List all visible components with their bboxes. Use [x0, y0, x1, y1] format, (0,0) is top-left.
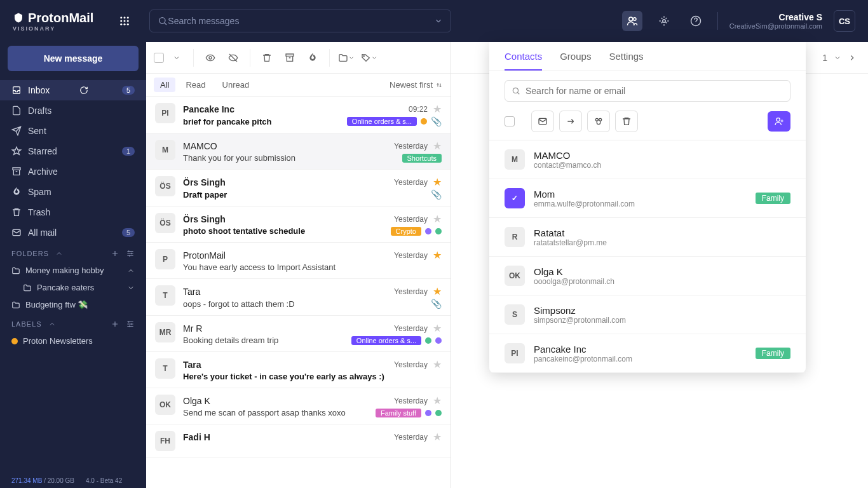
contact-row[interactable]: R Ratatat ratatatstellar@pm.me [489, 218, 806, 257]
contact-row[interactable]: M MAMCO contact@mamco.ch [489, 140, 806, 179]
star-icon[interactable]: ★ [433, 103, 442, 115]
svg-point-4 [124, 20, 126, 22]
chevron-up-icon[interactable] [55, 250, 63, 257]
sidebar-item-archive[interactable]: Archive [0, 161, 146, 182]
gear-icon[interactable] [654, 11, 674, 31]
delete-contact-icon[interactable] [615, 111, 638, 132]
forward-icon[interactable] [559, 111, 582, 132]
contacts-search-input[interactable] [526, 86, 783, 96]
chevron-down-icon[interactable] [166, 48, 187, 68]
contact-avatar[interactable]: ✓ [505, 188, 525, 208]
message-row[interactable]: T Tara Yesterday ★ Here's your ticket - … [146, 352, 451, 388]
folder-pancake[interactable]: Pancake eaters [0, 279, 146, 296]
filter-read[interactable]: Read [179, 78, 212, 92]
contact-avatar[interactable]: R [505, 227, 525, 247]
message-row[interactable]: MR Mr R Yesterday ★ Booking details drea… [146, 316, 451, 352]
contact-avatar[interactable]: S [505, 304, 525, 325]
tab-contacts[interactable]: Contacts [505, 51, 542, 71]
message-row[interactable]: T Tara Yesterday ★ oops - forgot to atta… [146, 279, 451, 316]
chevron-down-icon[interactable] [834, 54, 841, 62]
contacts-search[interactable] [505, 80, 790, 102]
contact-avatar[interactable]: OK [505, 266, 525, 286]
chevron-right-icon[interactable] [848, 53, 857, 62]
star-icon[interactable]: ★ [433, 249, 442, 261]
add-contact-button[interactable] [768, 111, 790, 132]
star-icon[interactable]: ★ [433, 322, 442, 334]
sidebar-item-inbox[interactable]: Inbox 5 [0, 80, 146, 100]
sidebar-item-starred[interactable]: Starred1 [0, 141, 146, 161]
folder-money[interactable]: Money making hobby [0, 262, 146, 279]
sliders-icon[interactable] [126, 320, 135, 329]
folder-icon [11, 266, 20, 275]
message-from: Örs Singh [183, 177, 226, 187]
sliders-icon[interactable] [126, 249, 135, 258]
contact-row[interactable]: PI Pancake Inc pancakeinc@protonmail.com… [489, 334, 806, 373]
search-input[interactable] [168, 16, 434, 26]
chevron-down-icon[interactable] [434, 17, 443, 25]
label-icon[interactable] [359, 48, 379, 68]
star-icon[interactable]: ★ [433, 213, 442, 225]
compose-to-icon[interactable] [531, 111, 554, 132]
search-bar[interactable] [149, 10, 451, 32]
move-folder-icon[interactable] [336, 48, 356, 68]
trash-icon[interactable] [257, 48, 277, 68]
contact-row[interactable]: OK Olga K oooolga@protonmail.ch [489, 257, 806, 295]
avatar[interactable]: CS [834, 10, 855, 32]
star-icon[interactable]: ★ [433, 176, 442, 188]
message-row[interactable]: ÖS Örs Singh Yesterday ★ photo shoot ten… [146, 207, 451, 243]
contacts-panel: Contacts Groups Settings M MAMCO contact… [489, 42, 806, 373]
select-all-checkbox[interactable] [154, 53, 164, 63]
contacts-icon[interactable] [622, 11, 642, 31]
chevron-up-icon[interactable] [127, 267, 135, 274]
message-row[interactable]: P ProtonMail Yesterday ★ You have early … [146, 243, 451, 279]
sidebar-item-spam[interactable]: Spam [0, 182, 146, 202]
contact-row[interactable]: S Simpsonz simpsonz@protonmail.com [489, 295, 806, 334]
sidebar-item-drafts[interactable]: Drafts [0, 100, 146, 121]
chevron-down-icon[interactable] [127, 284, 135, 292]
tab-settings[interactable]: Settings [609, 51, 643, 71]
plus-icon[interactable] [111, 249, 119, 258]
message-avatar: FH [155, 431, 175, 451]
contacts-select-all[interactable] [505, 116, 515, 126]
star-icon[interactable]: ★ [433, 431, 442, 443]
unread-icon[interactable] [223, 48, 243, 68]
message-row[interactable]: M MAMCO Yesterday ★ Thank you for your s… [146, 133, 451, 170]
chevron-up-icon[interactable] [48, 320, 56, 328]
sidebar-item-sent[interactable]: Sent [0, 121, 146, 141]
message-row[interactable]: PI Pancake Inc 09:22 ★ brief for pancake… [146, 97, 451, 133]
merge-icon[interactable] [587, 111, 610, 132]
plus-icon[interactable] [111, 320, 119, 329]
archive-icon [11, 166, 22, 177]
new-message-button[interactable]: New message [8, 46, 139, 71]
message-row[interactable]: OK Olga K Yesterday ★ Send me scan of pa… [146, 388, 451, 424]
contact-avatar[interactable]: PI [505, 343, 525, 363]
apps-icon[interactable] [119, 15, 130, 27]
contact-name: Ratatat [534, 227, 607, 238]
star-icon[interactable]: ★ [433, 358, 442, 370]
archive-icon[interactable] [280, 48, 300, 68]
sidebar-item-allmail[interactable]: All mail5 [0, 222, 146, 243]
contact-avatar[interactable]: M [505, 149, 525, 170]
contact-row[interactable]: ✓ Mom emma.wulfe@protonmail.com Family [489, 179, 806, 218]
label-newsletters[interactable]: Proton Newsletters [0, 332, 146, 349]
filter-all[interactable]: All [154, 78, 175, 92]
refresh-icon[interactable] [79, 86, 88, 95]
message-row[interactable]: ÖS Örs Singh Yesterday ★ Draft paper📎 [146, 170, 451, 207]
message-row[interactable]: FH Fadi H Yesterday ★ [146, 424, 451, 458]
attachment-icon: 📎 [431, 189, 442, 200]
folder-budget[interactable]: Budgeting ftw 💸 [0, 296, 146, 313]
help-icon[interactable] [686, 11, 706, 31]
filter-unread[interactable]: Unread [216, 78, 256, 92]
message-time: Yesterday [394, 360, 428, 369]
star-icon[interactable]: ★ [433, 395, 442, 407]
spam-icon[interactable] [302, 48, 323, 68]
sidebar-item-trash[interactable]: Trash [0, 202, 146, 222]
account-info[interactable]: Creative S CreativeSim@protonmail.com [729, 12, 822, 30]
tab-groups[interactable]: Groups [560, 51, 591, 71]
star-icon[interactable]: ★ [433, 285, 442, 297]
sort-button[interactable]: Newest first [390, 80, 443, 90]
svg-point-19 [595, 118, 598, 121]
read-icon[interactable] [200, 48, 220, 68]
star-icon[interactable]: ★ [433, 140, 442, 152]
message-tag: Online orders & s... [351, 336, 421, 345]
